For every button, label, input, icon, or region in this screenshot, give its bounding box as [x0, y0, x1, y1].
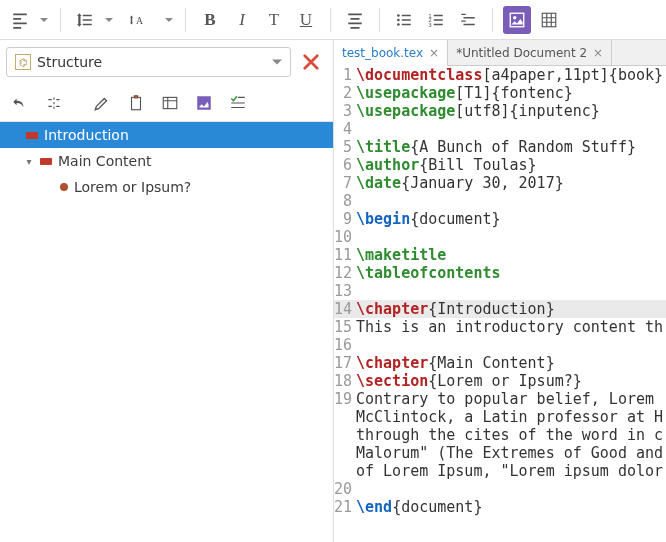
line-number: 18: [334, 372, 356, 390]
editor-tab[interactable]: *Untitled Document 2×: [448, 40, 612, 65]
code-line[interactable]: 1\documentclass[a4paper,11pt]{book}: [334, 66, 666, 84]
code-line[interactable]: 2\usepackage[T1]{fontenc}: [334, 84, 666, 102]
separator: [330, 8, 331, 32]
font-size-button[interactable]: A: [119, 6, 159, 34]
undo-button[interactable]: [4, 89, 36, 117]
line-number: 21: [334, 498, 356, 516]
insert-image-button[interactable]: [503, 6, 531, 34]
line-number: [334, 462, 356, 480]
tree-item[interactable]: Lorem or Ipsum?: [0, 174, 333, 200]
tree-item-label: Introduction: [44, 127, 129, 143]
structure-dropdown[interactable]: ⌬ Structure: [6, 47, 291, 77]
code-line[interactable]: through the cites of the word in c: [334, 426, 666, 444]
code-content: \maketitle: [356, 246, 446, 264]
bullet-list-button[interactable]: [390, 6, 418, 34]
insert-table-button[interactable]: [535, 6, 563, 34]
tree-twisty[interactable]: [44, 182, 54, 192]
code-content: [356, 282, 365, 300]
underline-button[interactable]: U: [292, 6, 320, 34]
code-line[interactable]: 18\section{Lorem or Ipsum?}: [334, 372, 666, 390]
code-line[interactable]: 12\tableofcontents: [334, 264, 666, 282]
code-line[interactable]: 17\chapter{Main Content}: [334, 354, 666, 372]
line-number: 3: [334, 102, 356, 120]
code-line[interactable]: 10: [334, 228, 666, 246]
image-view-button[interactable]: [188, 89, 220, 117]
line-number: [334, 444, 356, 462]
typewriter-button[interactable]: T: [260, 6, 288, 34]
code-content: \chapter{Introduction}: [356, 300, 555, 318]
structure-icon: ⌬: [15, 54, 31, 70]
code-line[interactable]: 8: [334, 192, 666, 210]
code-line[interactable]: 7\date{January 30, 2017}: [334, 174, 666, 192]
code-line[interactable]: 20: [334, 480, 666, 498]
checklist-button[interactable]: [222, 89, 254, 117]
line-number: 12: [334, 264, 356, 282]
collapse-button[interactable]: [38, 89, 70, 117]
line-spacing-button[interactable]: [71, 6, 99, 34]
line-number: [334, 426, 356, 444]
code-line[interactable]: of Lorem Ipsum, "Lorem ipsum dolor: [334, 462, 666, 480]
paste-button[interactable]: [120, 89, 152, 117]
code-line[interactable]: Malorum" (The Extremes of Good and: [334, 444, 666, 462]
tab-close-icon[interactable]: ×: [593, 46, 603, 60]
separator: [185, 8, 186, 32]
align-dropdown-caret[interactable]: [38, 6, 50, 34]
code-content: [356, 120, 365, 138]
structure-toolbar: [0, 84, 333, 122]
line-number: 5: [334, 138, 356, 156]
code-content: \date{January 30, 2017}: [356, 174, 564, 192]
code-editor[interactable]: 1\documentclass[a4paper,11pt]{book}2\use…: [334, 66, 666, 542]
close-panel-button[interactable]: [295, 46, 327, 78]
tree-twisty[interactable]: [10, 130, 20, 140]
svg-point-8: [513, 16, 516, 19]
code-content: \author{Bill Toulas}: [356, 156, 537, 174]
line-number: [334, 408, 356, 426]
structure-header: ⌬ Structure: [0, 40, 333, 84]
code-line[interactable]: 13: [334, 282, 666, 300]
line-number: 11: [334, 246, 356, 264]
svg-rect-10: [132, 97, 141, 109]
code-line[interactable]: 21\end{document}: [334, 498, 666, 516]
code-line[interactable]: 16: [334, 336, 666, 354]
line-number: 1: [334, 66, 356, 84]
code-line[interactable]: McClintock, a Latin professor at H: [334, 408, 666, 426]
code-line[interactable]: 15This is an introductory content th: [334, 318, 666, 336]
editor-tab[interactable]: test_book.tex×: [334, 40, 448, 66]
tree-item[interactable]: ▾Main Content: [0, 148, 333, 174]
edit-button[interactable]: [86, 89, 118, 117]
chapter-icon: [26, 132, 38, 139]
tab-label: *Untitled Document 2: [456, 46, 587, 60]
code-content: \title{A Bunch of Random Stuff}: [356, 138, 636, 156]
structure-label: Structure: [37, 54, 266, 70]
line-number: 7: [334, 174, 356, 192]
chapter-icon: [40, 158, 52, 165]
code-line[interactable]: 4: [334, 120, 666, 138]
code-line[interactable]: 9\begin{document}: [334, 210, 666, 228]
align-left-button[interactable]: [6, 6, 34, 34]
code-line[interactable]: 6\author{Bill Toulas}: [334, 156, 666, 174]
bold-button[interactable]: B: [196, 6, 224, 34]
line-number: 2: [334, 84, 356, 102]
code-line[interactable]: 5\title{A Bunch of Random Stuff}: [334, 138, 666, 156]
svg-rect-7: [510, 13, 524, 27]
italic-button[interactable]: I: [228, 6, 256, 34]
font-size-dropdown-caret[interactable]: [163, 6, 175, 34]
code-line[interactable]: 19Contrary to popular belief, Lorem: [334, 390, 666, 408]
line-number: 15: [334, 318, 356, 336]
code-line[interactable]: 11\maketitle: [334, 246, 666, 264]
line-number: 10: [334, 228, 356, 246]
right-panel: test_book.tex×*Untitled Document 2× 1\do…: [334, 40, 666, 542]
code-content: This is an introductory content th: [356, 318, 663, 336]
description-list-button[interactable]: [454, 6, 482, 34]
tree-item[interactable]: Introduction: [0, 122, 333, 148]
center-text-button[interactable]: [341, 6, 369, 34]
tab-close-icon[interactable]: ×: [429, 46, 439, 60]
spacing-dropdown-caret[interactable]: [103, 6, 115, 34]
table-view-button[interactable]: [154, 89, 186, 117]
code-line[interactable]: 3\usepackage[utf8]{inputenc}: [334, 102, 666, 120]
separator: [492, 8, 493, 32]
number-list-button[interactable]: 123: [422, 6, 450, 34]
code-content: [356, 228, 365, 246]
code-line[interactable]: 14\chapter{Introduction}: [334, 300, 666, 318]
tree-twisty[interactable]: ▾: [24, 156, 34, 166]
